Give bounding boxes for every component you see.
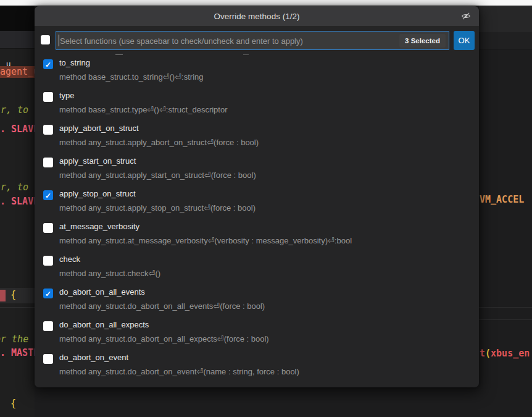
code-token: t — [480, 348, 485, 359]
method-signature: method any_struct.do_abort_on_all_expect… — [59, 334, 269, 345]
dialog-titlebar: Override methods (1/2) — [35, 6, 479, 26]
editor-background-right: VM_ACCELt(xbus_en — [479, 6, 532, 417]
method-checkbox[interactable] — [43, 223, 53, 233]
method-name: at_message_verbosity — [59, 221, 352, 232]
code-fragment: agent_u — [0, 66, 35, 78]
code-fragment: or the — [0, 334, 28, 345]
code-fragment: r, to — [1, 104, 28, 116]
method-signature: method any_struct.apply_start_on_struct⏎… — [59, 170, 256, 181]
method-signature: method any_struct.at_message_verbosity⏎(… — [59, 235, 352, 246]
code-token: xbus_en — [491, 348, 530, 359]
code-fragment: t(xbus_en — [480, 348, 530, 360]
method-list-item[interactable]: apply_start_on_structmethod any_struct.a… — [35, 153, 479, 185]
code-token: ( — [485, 348, 491, 359]
selected-count-badge: 3 Selected — [399, 34, 446, 48]
method-list-item[interactable]: ✓do_abort_on_all_eventsmethod any_struct… — [35, 284, 479, 316]
method-signature: method any_struct.apply_abort_on_struct⏎… — [59, 137, 259, 148]
method-checkbox[interactable] — [43, 125, 53, 135]
code-token: agent_u — [0, 66, 35, 77]
method-signature: method base_struct.type⏎()⏎:struct_descr… — [59, 104, 228, 116]
code-decoration — [0, 290, 6, 301]
checkmark-icon: ✓ — [45, 61, 51, 69]
method-name: do_abort_on_event — [59, 352, 299, 363]
method-list: ✓to_stringmethod base_struct.to_string⏎(… — [35, 54, 479, 383]
override-methods-dialog: Override methods (1/2) 3 Selected OK ✓to… — [35, 6, 479, 387]
filter-row: 3 Selected OK — [35, 26, 479, 54]
editor-background-left: _u agent_ur, to. SLAVEr, to. SLAVE{or th… — [0, 6, 35, 417]
method-text: apply_stop_on_structmethod any_struct.ap… — [59, 188, 256, 214]
method-list-item[interactable]: typemethod base_struct.type⏎()⏎:struct_d… — [35, 87, 479, 120]
method-name: apply_abort_on_struct — [59, 123, 259, 134]
method-checkbox[interactable]: ✓ — [43, 190, 53, 200]
method-text: apply_start_on_structmethod any_struct.a… — [59, 156, 256, 181]
code-fragment: { — [10, 398, 16, 410]
method-name: do_abort_on_all_events — [59, 287, 265, 298]
method-text: do_abort_on_all_expectsmethod any_struct… — [59, 319, 269, 345]
external-window-strip — [0, 0, 532, 6]
method-name: check — [59, 254, 160, 265]
select-all-checkbox[interactable] — [41, 35, 50, 44]
code-fragment: VM_ACCEL — [480, 194, 524, 206]
code-token: or the — [0, 334, 28, 345]
code-token: r, to — [1, 182, 28, 193]
method-list-item[interactable]: apply_abort_on_structmethod any_struct.a… — [35, 120, 479, 153]
method-text: do_abort_on_all_eventsmethod any_struct.… — [59, 287, 265, 312]
method-list-item[interactable]: do_abort_on_all_expectsmethod any_struct… — [35, 316, 479, 349]
method-list-item[interactable]: ✓to_stringmethod base_struct.to_string⏎(… — [35, 54, 479, 87]
code-fragments-right: VM_ACCELt(xbus_en — [479, 6, 532, 417]
method-list-item[interactable]: ✓apply_stop_on_structmethod any_struct.a… — [35, 185, 479, 218]
method-checkbox[interactable]: ✓ — [43, 59, 53, 69]
method-signature: method any_struct.apply_stop_on_struct⏎(… — [59, 203, 256, 214]
code-decoration — [0, 307, 35, 308]
method-text: checkmethod any_struct.check⏎() — [59, 254, 160, 279]
method-signature: method any_struct.check⏎() — [59, 268, 160, 279]
method-text: do_abort_on_eventmethod any_struct.do_ab… — [59, 352, 299, 377]
method-signature: method base_struct.to_string⏎()⏎:string — [59, 72, 204, 83]
method-checkbox[interactable] — [43, 321, 53, 331]
method-name: type — [59, 90, 228, 101]
code-token: . MASTER — [0, 347, 35, 358]
filter-box: 3 Selected — [56, 31, 449, 50]
method-list-item[interactable]: do_abort_on_eventmethod any_struct.do_ab… — [35, 349, 479, 382]
ok-button[interactable]: OK — [454, 31, 475, 50]
code-token: . SLAVE — [0, 124, 35, 135]
method-text: to_stringmethod base_struct.to_string⏎()… — [59, 57, 204, 83]
checkmark-icon: ✓ — [45, 192, 51, 200]
method-checkbox[interactable] — [43, 92, 53, 102]
method-checkbox[interactable] — [43, 158, 53, 167]
method-signature: method any_struct.do_abort_on_event⏎(nam… — [59, 366, 299, 377]
code-fragment: { — [10, 289, 16, 301]
code-decoration — [479, 319, 532, 320]
toggle-visibility-button[interactable] — [460, 11, 472, 22]
code-token: { — [10, 289, 16, 300]
code-token: r, to — [1, 104, 28, 116]
method-text: apply_abort_on_structmethod any_struct.a… — [59, 123, 259, 148]
code-token: . SLAVE — [0, 196, 35, 207]
dialog-title: Override methods (1/2) — [214, 12, 300, 21]
code-decoration — [479, 307, 532, 308]
code-fragments-left: agent_ur, to. SLAVEr, to. SLAVE{or the. … — [0, 6, 35, 417]
method-checkbox[interactable] — [43, 256, 53, 266]
method-text: typemethod base_struct.type⏎()⏎:struct_d… — [59, 90, 228, 116]
method-signature: method any_struct.do_abort_on_all_events… — [59, 301, 265, 312]
code-fragment: . SLAVE — [0, 124, 35, 135]
method-name: do_abort_on_all_expects — [59, 319, 269, 331]
method-text: at_message_verbositymethod any_struct.at… — [59, 221, 352, 246]
code-fragment: . SLAVE — [0, 196, 35, 208]
code-fragment: . MASTER — [0, 347, 35, 359]
method-name: to_string — [59, 57, 204, 69]
code-token: VM_ACCEL — [480, 194, 524, 205]
filter-input[interactable] — [59, 32, 382, 51]
code-fragment: r, to — [1, 182, 28, 193]
method-name: apply_start_on_struct — [59, 156, 256, 167]
code-token: { — [10, 398, 16, 409]
method-checkbox[interactable] — [43, 354, 53, 364]
method-name: apply_stop_on_struct — [59, 188, 256, 200]
eye-closed-icon — [461, 11, 471, 21]
method-checkbox[interactable]: ✓ — [43, 289, 53, 298]
method-list-item[interactable]: checkmethod any_struct.check⏎() — [35, 251, 479, 284]
checkmark-icon: ✓ — [45, 290, 51, 298]
method-list-item[interactable]: at_message_verbositymethod any_struct.at… — [35, 218, 479, 251]
